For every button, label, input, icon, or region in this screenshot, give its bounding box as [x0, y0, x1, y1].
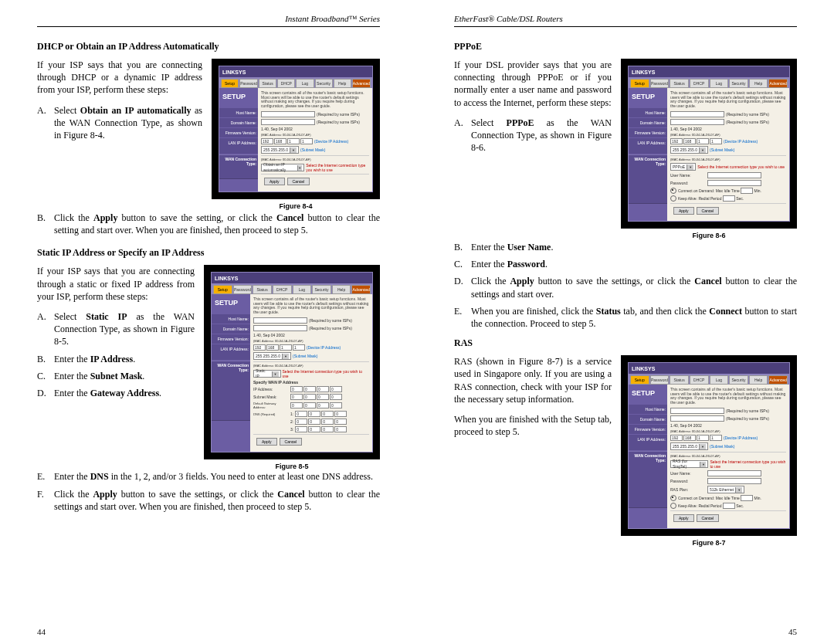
i[interactable]: 0 [290, 394, 303, 400]
i[interactable]: 0 [290, 402, 303, 408]
i[interactable]: 0 [330, 386, 342, 392]
domain-input[interactable] [670, 415, 724, 422]
cancel-button[interactable]: Cancel [287, 178, 310, 185]
i[interactable]: 0 [303, 394, 316, 400]
tab-password[interactable]: Password [650, 375, 670, 385]
radio-cod[interactable] [670, 495, 676, 501]
ip1[interactable]: 192 [670, 435, 683, 441]
i[interactable]: 0 [295, 411, 307, 417]
wan-type-select[interactable]: Obtain an IP automatically▼ [261, 164, 304, 171]
ip4[interactable]: 1 [710, 435, 722, 441]
i[interactable]: 0 [330, 394, 342, 400]
tab-dhcp[interactable]: DHCP [277, 79, 295, 88]
redial-input[interactable] [723, 195, 735, 202]
i[interactable]: 0 [295, 419, 307, 425]
i[interactable]: 0 [303, 402, 316, 408]
tab-help[interactable]: Help [334, 79, 351, 88]
tab-password[interactable]: Password [233, 285, 253, 294]
i[interactable]: 0 [290, 386, 303, 392]
i[interactable]: 0 [295, 426, 307, 432]
i[interactable]: 0 [321, 411, 334, 417]
ip1[interactable]: 192 [253, 344, 266, 351]
ip3[interactable]: 1 [280, 344, 292, 351]
tab-advanced[interactable]: Advanced [768, 79, 788, 88]
i[interactable]: 0 [321, 419, 334, 425]
wan-type-select[interactable]: PPPoE▼ [670, 163, 696, 171]
tab-log[interactable]: Log [293, 285, 312, 294]
tab-log[interactable]: Log [710, 79, 729, 88]
i[interactable]: 0 [334, 411, 347, 417]
tab-password[interactable]: Password [239, 79, 258, 88]
ip3[interactable]: 1 [697, 435, 709, 441]
tab-setup[interactable]: Setup [213, 285, 232, 294]
i[interactable]: 0 [317, 402, 329, 408]
user-input[interactable] [707, 172, 761, 178]
subnet-select[interactable]: 255.255.255.0▼ [253, 352, 291, 360]
cancel-button[interactable]: Cancel [280, 438, 303, 446]
ip4[interactable]: 1 [293, 344, 305, 351]
wan-type-select[interactable]: RAS (for SingTel)▼ [670, 460, 708, 468]
tab-log[interactable]: Log [710, 375, 729, 385]
tab-log[interactable]: Log [296, 79, 314, 88]
pass-input[interactable] [707, 478, 761, 484]
i[interactable]: 0 [317, 394, 329, 400]
tab-password[interactable]: Password [650, 79, 670, 88]
ip2[interactable]: 168 [266, 344, 279, 351]
tab-status[interactable]: Status [253, 285, 272, 294]
redial-input[interactable] [723, 503, 735, 509]
i[interactable]: 0 [330, 402, 342, 408]
ip2[interactable]: 168 [274, 138, 286, 144]
i[interactable]: 0 [308, 411, 320, 417]
domain-input[interactable] [670, 119, 724, 125]
ip1[interactable]: 192 [670, 138, 683, 144]
tab-dhcp[interactable]: DHCP [690, 375, 709, 385]
cancel-button[interactable]: Cancel [697, 514, 720, 522]
idle-input[interactable] [741, 495, 753, 501]
tab-status[interactable]: Status [670, 375, 689, 385]
tab-security[interactable]: Security [312, 285, 331, 294]
tab-setup[interactable]: Setup [630, 79, 649, 88]
user-input[interactable] [707, 470, 761, 476]
ip1[interactable]: 192 [261, 138, 273, 144]
idle-input[interactable] [741, 188, 753, 194]
host-input[interactable] [261, 111, 315, 117]
tab-help[interactable]: Help [749, 79, 768, 88]
i[interactable]: 0 [308, 426, 320, 432]
domain-input[interactable] [261, 119, 315, 125]
tab-dhcp[interactable]: DHCP [690, 79, 709, 88]
ip4[interactable]: 1 [300, 138, 313, 144]
subnet-select[interactable]: 255.255.255.0▼ [261, 146, 299, 154]
apply-button[interactable]: Apply [264, 178, 285, 185]
tab-help[interactable]: Help [332, 285, 351, 294]
tab-security[interactable]: Security [315, 79, 333, 88]
tab-advanced[interactable]: Advanced [768, 375, 788, 385]
subnet-select[interactable]: 255.255.255.0▼ [670, 442, 708, 450]
apply-button[interactable]: Apply [256, 438, 277, 446]
i[interactable]: 0 [321, 426, 334, 432]
radio-cod[interactable] [670, 188, 676, 194]
host-input[interactable] [670, 408, 724, 414]
i[interactable]: 0 [334, 419, 347, 425]
tab-setup[interactable]: Setup [630, 375, 649, 385]
ip2[interactable]: 168 [683, 138, 696, 144]
i[interactable]: 0 [303, 386, 316, 392]
radio-ka[interactable] [670, 503, 676, 509]
host-input[interactable] [253, 317, 307, 324]
ras-plan-select[interactable]: 512k Ethernet▼ [707, 486, 744, 493]
i[interactable]: 0 [334, 426, 347, 432]
cancel-button[interactable]: Cancel [697, 207, 720, 215]
tab-security[interactable]: Security [729, 79, 748, 88]
ip3[interactable]: 1 [697, 138, 709, 144]
tab-help[interactable]: Help [749, 375, 768, 385]
i[interactable]: 0 [317, 386, 329, 392]
pass-input[interactable] [707, 180, 761, 186]
tab-security[interactable]: Security [729, 375, 748, 385]
wan-type-select[interactable]: Static IP▼ [253, 370, 281, 378]
tab-setup[interactable]: Setup [221, 79, 239, 88]
host-input[interactable] [670, 111, 724, 117]
domain-input[interactable] [253, 325, 307, 331]
subnet-select[interactable]: 255.255.255.0▼ [670, 146, 708, 154]
apply-button[interactable]: Apply [673, 514, 694, 522]
tab-advanced[interactable]: Advanced [352, 79, 371, 88]
ip4[interactable]: 1 [710, 138, 722, 144]
